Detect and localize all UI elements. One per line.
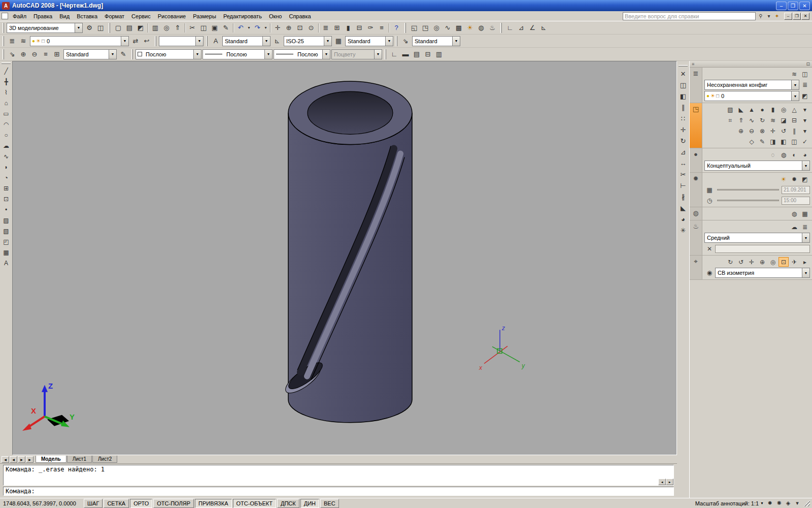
- circle-icon[interactable]: ○: [1, 130, 12, 140]
- mdi-minimize-button[interactable]: ‒: [784, 13, 792, 20]
- plot-preview-icon[interactable]: ◎: [161, 22, 172, 34]
- extend-icon[interactable]: ⊢: [678, 180, 689, 191]
- 3d-views-icon[interactable]: ◳: [420, 22, 431, 34]
- revolve-icon[interactable]: ↻: [757, 115, 767, 125]
- snap-toggle[interactable]: ШАГ: [84, 499, 103, 508]
- menu-window[interactable]: Окно: [265, 12, 286, 21]
- freeze-other-icon[interactable]: ◩: [800, 91, 810, 101]
- toolbar-grip[interactable]: [404, 23, 406, 33]
- help-search-input[interactable]: [625, 13, 754, 19]
- menu-insert[interactable]: Вставка: [73, 12, 101, 21]
- publish-icon[interactable]: ⇑: [172, 22, 183, 34]
- line-icon[interactable]: ╱: [1, 66, 12, 76]
- walk-icon[interactable]: ⊡: [779, 257, 789, 267]
- redo-list-icon[interactable]: ▾: [263, 22, 268, 34]
- gradient-icon[interactable]: ▧: [1, 226, 12, 236]
- workspace-dropdown[interactable]: 3D моделирование: [7, 23, 83, 33]
- mirror-icon[interactable]: ◧: [678, 90, 689, 102]
- free-orbit-icon[interactable]: ↺: [736, 257, 746, 267]
- extract-edges-icon[interactable]: ◇: [747, 137, 757, 146]
- nav-zoom-icon[interactable]: ⊕: [757, 257, 767, 267]
- solid-cylinder-icon[interactable]: ▮: [768, 105, 778, 114]
- polyline-icon[interactable]: ⌇: [1, 87, 12, 98]
- chevron-down-icon[interactable]: [385, 37, 393, 46]
- drawing-status-icon[interactable]: ⊟: [422, 49, 433, 60]
- redo-icon[interactable]: ↷: [252, 22, 263, 34]
- tab-layout2[interactable]: Лист2: [92, 456, 117, 463]
- animation-icon[interactable]: ▸: [800, 257, 810, 267]
- solid-sphere-icon[interactable]: ●: [757, 105, 767, 114]
- shadows-icon[interactable]: ◩: [800, 174, 810, 184]
- hatch-icon[interactable]: ▨: [1, 215, 12, 226]
- annotation-scale-value[interactable]: 1:1: [751, 500, 759, 506]
- 3d-make-panel-icon[interactable]: ◳: [690, 103, 702, 148]
- break-icon[interactable]: ∦: [678, 191, 689, 202]
- texture-toggle-icon[interactable]: ▦: [800, 209, 810, 218]
- toolbar-grip[interactable]: [679, 65, 688, 67]
- erase-icon[interactable]: ✕: [678, 68, 689, 79]
- revision-cloud-icon[interactable]: ☁: [1, 140, 12, 151]
- mleader-style2-dropdown[interactable]: Standard: [63, 49, 117, 59]
- open-icon[interactable]: ▤: [124, 22, 135, 34]
- dashboard-layer-dropdown[interactable]: ●☀□ 0: [704, 91, 799, 101]
- union-icon[interactable]: ⊕: [736, 126, 746, 136]
- mtext-icon[interactable]: A: [1, 258, 12, 268]
- command-history[interactable]: Команда: _.erase найдено: 1 ◀▶: [3, 465, 674, 486]
- layer-on-icon[interactable]: ●: [706, 93, 709, 99]
- spline-icon[interactable]: ∿: [1, 151, 12, 162]
- chevron-down-icon[interactable]: [195, 37, 203, 46]
- minimize-button[interactable]: ‒: [776, 2, 787, 10]
- 3d-rotate-icon[interactable]: ↺: [779, 126, 789, 136]
- render-output-field[interactable]: [715, 245, 810, 253]
- toolbar-grip[interactable]: [500, 23, 502, 33]
- layers-panel-icon[interactable]: ≣: [690, 68, 702, 103]
- 3d-hidden-icon[interactable]: ◐: [789, 150, 799, 160]
- tool-palettes-icon[interactable]: ▮: [343, 22, 354, 34]
- solid-cone-icon[interactable]: ▲: [747, 105, 757, 114]
- make-object-layer-current-icon[interactable]: ⇄: [130, 36, 141, 47]
- lwt-toggle[interactable]: ВЕС: [320, 499, 339, 508]
- stretch-icon[interactable]: ↔: [678, 157, 689, 169]
- chevron-down-icon[interactable]: [193, 50, 201, 59]
- markup-icon[interactable]: ✑: [365, 22, 376, 34]
- search-icon[interactable]: ⚲: [757, 12, 765, 20]
- menu-tools[interactable]: Сервис: [128, 12, 154, 21]
- toolbar-grip[interactable]: [3, 36, 4, 46]
- quick-properties-icon[interactable]: ▤: [411, 49, 422, 60]
- undo-icon[interactable]: ↶: [235, 22, 246, 34]
- fillet-icon[interactable]: ◕: [678, 213, 689, 225]
- materials-editor-icon[interactable]: ◍: [789, 209, 799, 218]
- toolbar-lock-icon[interactable]: ◈: [784, 499, 793, 508]
- annotation-visibility-icon[interactable]: ✹: [765, 499, 774, 508]
- dim-style-dropdown[interactable]: ISO-25: [284, 36, 332, 46]
- chevron-down-icon[interactable]: [452, 37, 460, 46]
- 3d-wireframe-icon[interactable]: ◍: [779, 150, 789, 160]
- toolbar-grip[interactable]: [3, 23, 4, 33]
- create-camera-icon[interactable]: ◎: [768, 257, 778, 267]
- chevron-down-icon[interactable]: ▼: [760, 501, 764, 505]
- chevron-down-icon[interactable]: [264, 50, 272, 59]
- otrack-toggle[interactable]: ОТС-ОБЪЕКТ: [233, 499, 276, 508]
- tab-layout1[interactable]: Лист1: [67, 456, 92, 463]
- annotation-scale-icon[interactable]: ∟: [389, 49, 400, 60]
- make-block-icon[interactable]: ⊡: [1, 194, 12, 204]
- my-workspace-icon[interactable]: ◫: [95, 22, 106, 34]
- first-tab-button[interactable]: ◀: [2, 456, 9, 463]
- dashboard-collapse-icon[interactable]: ≡: [692, 61, 694, 67]
- toolbar-grip[interactable]: [155, 36, 156, 46]
- color-faces-icon[interactable]: ◨: [768, 137, 778, 146]
- copy-object-icon[interactable]: ◫: [678, 79, 689, 90]
- last-tab-button[interactable]: ▶: [26, 456, 33, 463]
- materials-icon[interactable]: ◍: [476, 22, 487, 34]
- next-tab-button[interactable]: ▶: [18, 456, 25, 463]
- visual-style-panel-icon[interactable]: ●: [690, 148, 702, 172]
- render-output-clear-icon[interactable]: ✕: [704, 244, 715, 253]
- 3d-align-icon[interactable]: ∥: [789, 126, 799, 136]
- loft-icon[interactable]: ≋: [768, 115, 778, 125]
- dim-style-icon[interactable]: ⊾: [538, 22, 549, 34]
- 3d-navigate-panel-icon[interactable]: ⌖: [690, 256, 702, 279]
- menu-view[interactable]: Вид: [56, 12, 73, 21]
- chevron-down-icon[interactable]: [262, 37, 270, 46]
- status-menu-icon[interactable]: ▾: [793, 499, 802, 508]
- point-icon[interactable]: •: [1, 204, 12, 215]
